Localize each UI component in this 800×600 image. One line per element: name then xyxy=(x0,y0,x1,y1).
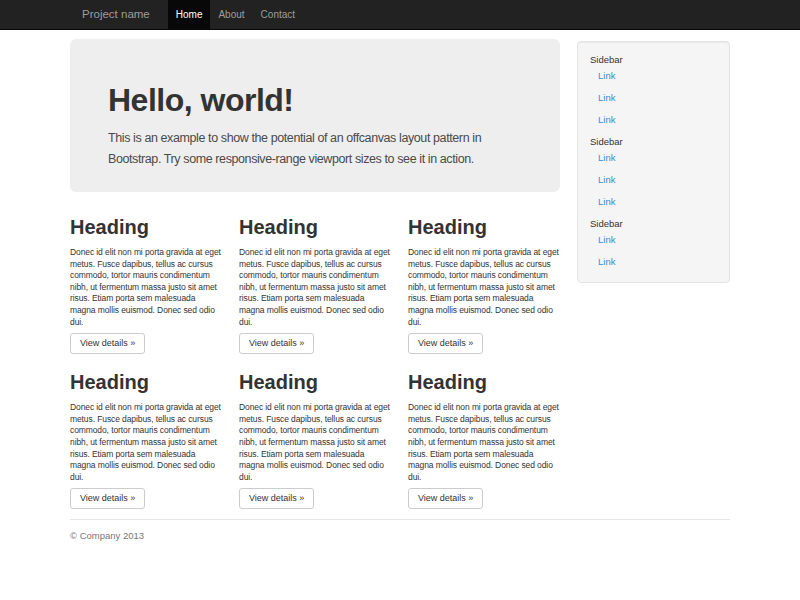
sidebar-well: Sidebar Link Link Link Sidebar Link Link… xyxy=(577,41,730,283)
nav-item-contact[interactable]: Contact xyxy=(253,0,303,29)
sidebar-link[interactable]: Link xyxy=(598,196,717,208)
view-details-button[interactable]: View details » xyxy=(70,488,145,509)
card-heading: Heading xyxy=(408,216,560,239)
view-details-button[interactable]: View details » xyxy=(408,333,483,354)
jumbotron-description: This is an example to show the potential… xyxy=(108,128,522,170)
card-body-text: Donec id elit non mi porta gravida at eg… xyxy=(408,247,560,328)
content-card: Heading Donec id elit non mi porta gravi… xyxy=(239,354,408,509)
card-body-text: Donec id elit non mi porta gravida at eg… xyxy=(239,402,395,483)
sidebar-link[interactable]: Link xyxy=(598,152,717,164)
view-details-button[interactable]: View details » xyxy=(239,488,314,509)
navbar-menu: Home About Contact xyxy=(168,0,303,29)
card-heading: Heading xyxy=(408,371,560,394)
card-body-text: Donec id elit non mi porta gravida at eg… xyxy=(70,402,226,483)
content-card: Heading Donec id elit non mi porta gravi… xyxy=(408,354,560,509)
page: Project name Home About Contact Hello, w… xyxy=(0,0,800,600)
sidebar-group-title: Sidebar xyxy=(590,54,717,66)
main-container: Hello, world! This is an example to show… xyxy=(70,30,730,542)
sidebar-link[interactable]: Link xyxy=(598,256,717,268)
sidebar-link[interactable]: Link xyxy=(598,114,717,126)
sidebar-column: Sidebar Link Link Link Sidebar Link Link… xyxy=(577,30,730,283)
card-heading: Heading xyxy=(70,371,226,394)
jumbotron-title: Hello, world! xyxy=(108,82,522,118)
sidebar-group-2: Sidebar Link Link Link xyxy=(590,136,717,208)
content-card: Heading Donec id elit non mi porta gravi… xyxy=(408,192,560,354)
sidebar-group-1: Sidebar Link Link Link xyxy=(590,54,717,126)
cards-row-1: Heading Donec id elit non mi porta gravi… xyxy=(70,192,560,354)
card-body-text: Donec id elit non mi porta gravida at eg… xyxy=(70,247,226,328)
content-card: Heading Donec id elit non mi porta gravi… xyxy=(70,192,239,354)
navbar-brand[interactable]: Project name xyxy=(70,0,160,29)
view-details-button[interactable]: View details » xyxy=(408,488,483,509)
content-card: Heading Donec id elit non mi porta gravi… xyxy=(239,192,408,354)
card-body-text: Donec id elit non mi porta gravida at eg… xyxy=(239,247,395,328)
nav-item-home[interactable]: Home xyxy=(168,0,211,29)
navbar: Project name Home About Contact xyxy=(0,0,800,30)
card-body-text: Donec id elit non mi porta gravida at eg… xyxy=(408,402,560,483)
card-heading: Heading xyxy=(70,216,226,239)
card-heading: Heading xyxy=(239,216,395,239)
view-details-button[interactable]: View details » xyxy=(70,333,145,354)
main-content: Hello, world! This is an example to show… xyxy=(70,30,577,509)
footer-divider xyxy=(70,519,730,520)
sidebar-link[interactable]: Link xyxy=(598,70,717,82)
view-details-button[interactable]: View details » xyxy=(239,333,314,354)
sidebar-group-title: Sidebar xyxy=(590,218,717,230)
nav-item-about[interactable]: About xyxy=(210,0,252,29)
cards-row-2: Heading Donec id elit non mi porta gravi… xyxy=(70,354,560,509)
sidebar-link[interactable]: Link xyxy=(598,174,717,186)
sidebar-group-3: Sidebar Link Link xyxy=(590,218,717,268)
content-card: Heading Donec id elit non mi porta gravi… xyxy=(70,354,239,509)
navbar-inner: Project name Home About Contact xyxy=(70,0,730,29)
copyright-text: © Company 2013 xyxy=(70,530,730,542)
card-heading: Heading xyxy=(239,371,395,394)
jumbotron: Hello, world! This is an example to show… xyxy=(70,39,560,192)
content-row: Hello, world! This is an example to show… xyxy=(70,30,730,509)
sidebar-group-title: Sidebar xyxy=(590,136,717,148)
sidebar-link[interactable]: Link xyxy=(598,92,717,104)
sidebar-link[interactable]: Link xyxy=(598,234,717,246)
footer: © Company 2013 xyxy=(70,530,730,542)
